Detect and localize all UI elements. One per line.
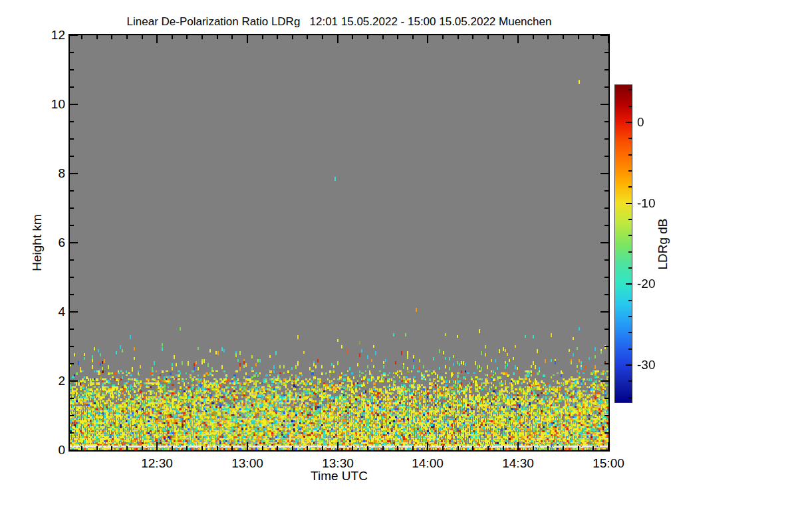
x-minor-tick-top [111, 35, 112, 39]
x-major-tick-top [517, 35, 519, 43]
x-minor-tick-top [142, 35, 143, 39]
x-minor-tick [412, 446, 414, 450]
y-major-tick-right [600, 104, 608, 105]
colorbar-minor-tick [628, 89, 632, 90]
x-minor-tick [397, 446, 398, 450]
y-minor-tick-right [604, 190, 608, 192]
x-minor-tick-top [472, 35, 473, 39]
x-minor-tick [172, 446, 173, 450]
x-minor-tick-top [397, 35, 398, 39]
colorbar-tick-label: -30 [637, 358, 655, 372]
x-minor-tick [503, 446, 504, 450]
x-minor-tick-top [547, 35, 549, 39]
x-major-tick-top [608, 35, 609, 43]
y-minor-tick-right [604, 207, 608, 209]
x-minor-tick-top [262, 35, 263, 39]
y-minor-tick-right [604, 346, 608, 347]
y-major-tick [70, 311, 78, 313]
x-minor-tick-top [172, 35, 173, 39]
x-major-tick [517, 442, 519, 450]
y-minor-tick [70, 225, 74, 226]
x-minor-tick [217, 446, 218, 450]
y-minor-tick [70, 259, 74, 261]
y-major-tick [70, 35, 78, 36]
x-major-tick-top [337, 35, 338, 43]
x-minor-tick [262, 446, 263, 450]
x-minor-tick-top [382, 35, 384, 39]
x-minor-tick-top [231, 35, 233, 39]
x-minor-tick-top [201, 35, 203, 39]
x-minor-tick-top [487, 35, 489, 39]
y-minor-tick-right [604, 329, 608, 330]
y-minor-tick [70, 121, 74, 122]
y-major-tick [70, 104, 78, 105]
y-minor-tick [70, 415, 74, 416]
x-minor-tick-top [533, 35, 534, 39]
x-major-tick [337, 442, 338, 450]
colorbar-minor-tick [628, 300, 632, 301]
x-minor-tick [547, 446, 549, 450]
x-minor-tick [322, 446, 323, 450]
y-major-tick [70, 450, 78, 451]
heatmap-canvas [70, 35, 608, 450]
y-minor-tick-right [604, 225, 608, 226]
colorbar-major-tick [626, 203, 632, 204]
y-minor-tick-right [604, 432, 608, 434]
x-minor-tick-top [412, 35, 414, 39]
y-major-tick-right [600, 173, 608, 174]
x-minor-tick-top [322, 35, 323, 39]
x-minor-tick-top [81, 35, 82, 39]
y-minor-tick-right [604, 52, 608, 53]
y-tick-label: 4 [33, 305, 65, 319]
y-tick-label: 12 [33, 28, 65, 43]
x-minor-tick-top [292, 35, 293, 39]
y-major-tick-right [600, 35, 608, 36]
colorbar-minor-tick [628, 170, 632, 172]
x-minor-tick [307, 446, 308, 450]
x-minor-tick-top [563, 35, 564, 39]
x-minor-tick [487, 446, 489, 450]
colorbar-minor-tick [628, 397, 632, 398]
y-tick-label: 0 [33, 443, 65, 458]
colorbar-minor-tick [628, 235, 632, 236]
colorbar-tick-label: -20 [637, 277, 655, 291]
colorbar-minor-tick [628, 267, 632, 269]
x-minor-tick [201, 446, 203, 450]
y-minor-tick [70, 398, 74, 399]
colorbar-minor-tick [628, 219, 632, 220]
x-major-tick-top [427, 35, 428, 43]
x-major-tick [247, 442, 248, 450]
x-minor-tick [111, 446, 112, 450]
colorbar-tick-label: -10 [637, 196, 655, 211]
x-minor-tick [382, 446, 384, 450]
x-tick-label: 14:30 [502, 456, 534, 471]
x-minor-tick-top [442, 35, 444, 39]
y-minor-tick [70, 363, 74, 364]
y-minor-tick-right [604, 398, 608, 399]
x-tick-label: 12:30 [141, 456, 173, 471]
x-minor-tick [593, 446, 594, 450]
x-minor-tick-top [503, 35, 504, 39]
colorbar-tick-label: 0 [637, 115, 644, 130]
y-minor-tick [70, 432, 74, 434]
colorbar-minor-tick [628, 154, 632, 156]
y-minor-tick [70, 277, 74, 278]
colorbar-minor-tick [628, 251, 632, 253]
y-minor-tick [70, 86, 74, 88]
x-tick-label: 15:00 [593, 456, 624, 471]
y-tick-label: 10 [33, 97, 65, 112]
y-major-tick-right [600, 450, 608, 451]
x-minor-tick-top [593, 35, 594, 39]
ldr-quicklook-figure: Linear De-Polarization Ratio LDRg 12:01 … [0, 0, 798, 532]
colorbar-minor-tick [628, 316, 632, 317]
y-tick-label: 2 [33, 374, 65, 388]
x-minor-tick [186, 446, 188, 450]
x-minor-tick-top [458, 35, 459, 39]
colorbar-label: LDRg dB [656, 218, 670, 269]
y-minor-tick-right [604, 138, 608, 140]
colorbar-minor-tick [628, 106, 632, 107]
x-minor-tick-top [367, 35, 368, 39]
chart-title: Linear De-Polarization Ratio LDRg 12:01 … [127, 15, 552, 29]
y-major-tick [70, 173, 78, 174]
y-minor-tick [70, 138, 74, 140]
